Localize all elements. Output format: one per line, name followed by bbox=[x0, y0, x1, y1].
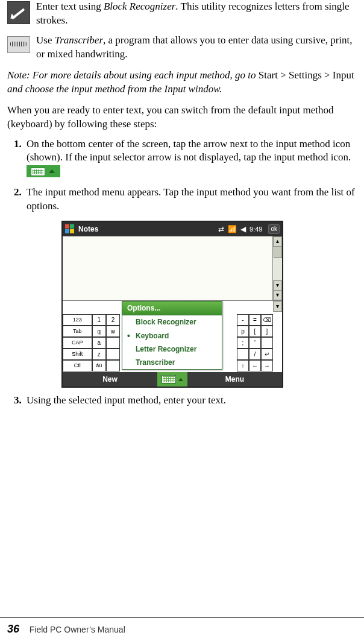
menu-item-keyboard[interactable]: Keyboard bbox=[122, 329, 222, 343]
connectivity-icon[interactable]: ⇄ bbox=[218, 224, 224, 234]
steps-list: On the bottom center of the screen, tap … bbox=[7, 137, 357, 214]
page-number: 36 bbox=[7, 623, 19, 635]
pen-icon bbox=[7, 1, 30, 24]
osk-left-fragment[interactable]: 12312 Tabqw CAPa Shiftz Ctláü bbox=[63, 314, 120, 372]
note-canvas[interactable]: ▴ ▾ ▾ bbox=[63, 236, 282, 301]
device-screenshot: Notes ⇄ 📶 ◀ 9:49 ok ▴ ▾ ▾ ▾ 12312 Tabqw bbox=[61, 221, 283, 388]
soft-key-bar: New Menu bbox=[63, 372, 282, 387]
softkey-menu[interactable]: Menu bbox=[187, 374, 282, 384]
scroll-down-button[interactable]: ▾ bbox=[273, 280, 282, 291]
menu-options[interactable]: Options... bbox=[122, 301, 222, 315]
sip-area: ▾ 12312 Tabqw CAPa Shiftz Ctláü -=⌫ p[] … bbox=[63, 301, 282, 372]
menu-item-letter-recognizer[interactable]: Letter Recognizer bbox=[122, 343, 222, 356]
scroll-down-button-2[interactable]: ▾ bbox=[273, 290, 282, 300]
input-method-menu: Options... Block Recognizer Keyboard Let… bbox=[122, 301, 222, 370]
clock: 9:49 bbox=[249, 225, 262, 234]
bullet-text: Enter text using Block Recognizer. This … bbox=[36, 0, 357, 28]
handwriting-icon bbox=[7, 36, 30, 53]
step-1-text: On the bottom center of the screen, tap … bbox=[27, 138, 351, 163]
scroll-up-button[interactable]: ▴ bbox=[273, 236, 282, 247]
ok-button[interactable]: ok bbox=[268, 224, 280, 234]
manual-title: Field PC Owner’s Manual bbox=[30, 625, 125, 634]
note-paragraph: Note: For more details about using each … bbox=[7, 69, 357, 96]
scroll-thumb[interactable] bbox=[274, 246, 282, 258]
volume-icon[interactable]: ◀ bbox=[240, 224, 246, 234]
softkey-new[interactable]: New bbox=[63, 374, 157, 384]
step-2: The input method menu appears. Tap the i… bbox=[24, 186, 357, 213]
input-method-icon bbox=[27, 165, 60, 177]
lead-paragraph: When you are ready to enter text, you ca… bbox=[7, 104, 357, 131]
scroll-down-button-3[interactable]: ▾ bbox=[273, 301, 282, 312]
signal-icon[interactable]: 📶 bbox=[228, 224, 237, 234]
start-flag-icon[interactable] bbox=[65, 224, 75, 234]
page-footer: 36 Field PC Owner’s Manual bbox=[0, 617, 364, 637]
window-titlebar: Notes ⇄ 📶 ◀ 9:49 ok bbox=[63, 222, 282, 236]
bullet-transcriber: Use Transcriber, a program that allows y… bbox=[7, 34, 357, 62]
menu-item-transcriber[interactable]: Transcriber bbox=[122, 356, 222, 369]
bullet-block-recognizer: Enter text using Block Recognizer. This … bbox=[7, 0, 357, 28]
app-title: Notes bbox=[78, 224, 218, 234]
step-3: Using the selected input method, enter y… bbox=[24, 394, 357, 408]
osk-right-fragment[interactable]: -=⌫ p[] ;' /↵ ↑←→ bbox=[237, 314, 273, 372]
vertical-scrollbar[interactable]: ▴ ▾ ▾ bbox=[272, 236, 282, 300]
steps-list-cont: Using the selected input method, enter y… bbox=[7, 394, 357, 408]
chevron-up-icon bbox=[178, 378, 183, 381]
keyboard-icon bbox=[162, 375, 176, 384]
step-1: On the bottom center of the screen, tap … bbox=[24, 137, 357, 179]
status-tray: ⇄ 📶 ◀ 9:49 ok bbox=[218, 224, 280, 234]
sip-toggle-button[interactable] bbox=[157, 372, 187, 387]
menu-item-block-recognizer[interactable]: Block Recognizer bbox=[122, 315, 222, 329]
bullet-text: Use Transcriber, a program that allows y… bbox=[36, 34, 357, 62]
